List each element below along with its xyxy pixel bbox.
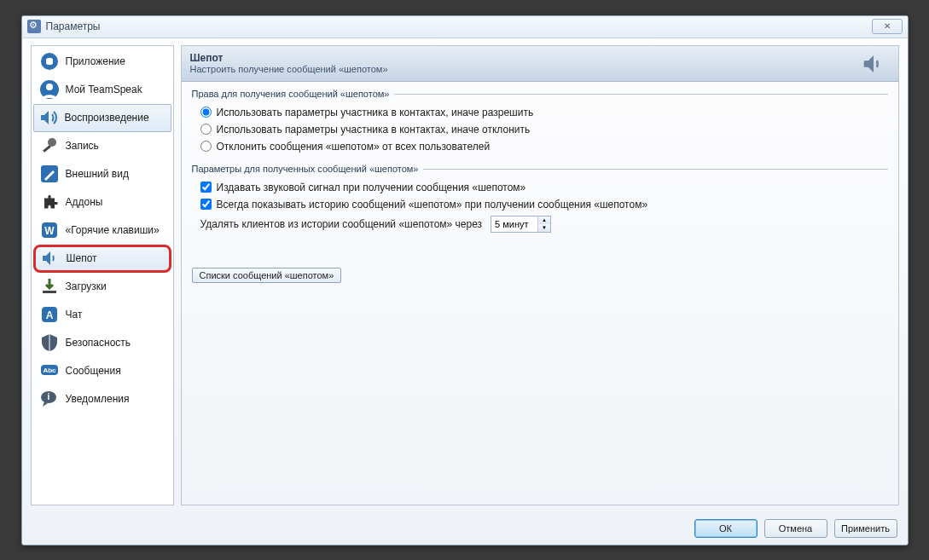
sidebar-item-downloads[interactable]: Загрузки [33,273,171,301]
radio-label[interactable]: Отклонить сообщения «шепотом» от всех по… [217,141,491,153]
group-legend: Параметры для полученных сообщений «шепо… [192,164,888,174]
sidebar-item-notifications[interactable]: i Уведомления [33,385,171,413]
ok-button[interactable]: ОК [694,519,758,538]
svg-rect-8 [43,291,56,293]
sidebar-item-label: Воспроизведение [65,112,149,124]
sidebar-item-label: «Горячие клавиши» [66,224,160,236]
page-description: Настроить получение сообщений «шепотом» [190,64,388,74]
sidebar-item-label: Запись [66,140,99,152]
titlebar: Параметры ✕ [22,16,908,38]
checkbox-label[interactable]: Издавать звуковой сигнал при получении с… [217,182,526,193]
sidebar-item-security[interactable]: Безопасность [33,329,171,357]
group-receive-rights: Права для получения сообщений «шепотом» … [192,89,888,155]
group-legend: Права для получения сообщений «шепотом» [192,89,888,99]
header-whisper-icon [861,51,886,79]
sidebar-item-label: Приложение [66,55,125,67]
sidebar-item-label: Уведомления [66,393,130,405]
content-header: Шепот Настроить получение сообщений «шеп… [182,46,898,82]
download-icon [38,275,61,297]
radio-allow[interactable] [200,107,212,118]
svg-text:A: A [45,309,53,321]
radio-deny-all[interactable] [200,141,212,152]
spinner-down-button[interactable]: ▼ [538,224,550,232]
app-settings-icon [27,20,41,33]
clear-history-value[interactable] [491,217,537,231]
checkbox-label[interactable]: Всегда показывать историю сообщений «шеп… [217,199,648,211]
chat-icon: A [38,303,61,326]
sidebar-item-label: Шепот [67,252,97,264]
notification-icon: i [38,388,61,410]
sidebar-item-hotkeys[interactable]: W «Горячие клавиши» [33,216,171,245]
spinner-up-button[interactable]: ▲ [538,216,550,224]
sidebar-item-addons[interactable]: Аддоны [33,188,171,216]
radio-label[interactable]: Использовать параметры участника в конта… [217,107,534,118]
content-panel: Шепот Настроить получение сообщений «шеп… [181,45,899,505]
sidebar-item-myteamspeak[interactable]: Мой TeamSpeak [33,76,171,104]
sidebar-item-capture[interactable]: Запись [33,132,171,160]
page-title: Шепот [190,52,388,64]
content-body: Права для получения сообщений «шепотом» … [182,82,898,290]
pencil-icon [38,163,61,185]
shield-icon [38,332,61,354]
sidebar-item-label: Внешний вид [66,168,129,180]
sidebar-item-label: Сообщения [66,365,121,377]
application-icon [38,50,61,72]
sidebar-item-playback[interactable]: Воспроизведение [33,104,171,132]
sidebar-item-whisper[interactable]: Шепот [33,245,171,273]
sidebar-item-label: Безопасность [66,337,131,349]
settings-dialog: Параметры ✕ Приложение Мой TeamSpeak [21,15,909,546]
cancel-button[interactable]: Отмена [764,519,827,538]
abc-icon: Abc [38,360,61,382]
keyboard-icon: W [38,219,61,241]
user-icon [38,78,61,101]
svg-text:i: i [47,392,49,401]
sidebar-item-label: Загрузки [66,280,107,292]
close-icon: ✕ [884,21,891,31]
checkbox-play-sound[interactable] [200,182,212,193]
svg-rect-4 [43,145,51,153]
clear-history-spinner[interactable]: ▲ ▼ [491,216,551,233]
dialog-body: Приложение Мой TeamSpeak Воспроизведение… [22,38,908,512]
group-receive-params: Параметры для полученных сообщений «шепо… [192,164,888,235]
whisper-lists-button[interactable]: Списки сообщений «шепотом» [192,268,342,283]
sidebar-item-label: Чат [66,309,83,320]
sidebar-item-chat[interactable]: A Чат [33,301,171,329]
sidebar-item-label: Мой TeamSpeak [66,84,142,95]
sidebar-item-messages[interactable]: Abc Сообщения [33,357,171,385]
sidebar: Приложение Мой TeamSpeak Воспроизведение… [31,45,174,505]
svg-text:W: W [44,225,55,237]
window-title: Параметры [46,20,101,32]
sidebar-item-label: Аддоны [66,196,103,208]
speaker-icon [38,107,60,129]
puzzle-icon [38,191,61,213]
dialog-footer: ОК Отмена Применить [22,512,908,545]
apply-button[interactable]: Применить [834,519,897,538]
sidebar-item-appearance[interactable]: Внешний вид [33,160,171,188]
sidebar-item-application[interactable]: Приложение [33,48,171,76]
close-button[interactable]: ✕ [872,19,903,34]
radio-label[interactable]: Использовать параметры участника в конта… [217,124,531,136]
radio-deny[interactable] [200,124,212,135]
whisper-icon [39,247,61,269]
checkbox-show-history[interactable] [200,199,212,210]
microphone-icon [38,135,61,157]
svg-text:Abc: Abc [43,367,56,374]
clear-history-label: Удалять клиентов из истории сообщений «ш… [200,218,483,230]
svg-point-2 [46,84,53,90]
